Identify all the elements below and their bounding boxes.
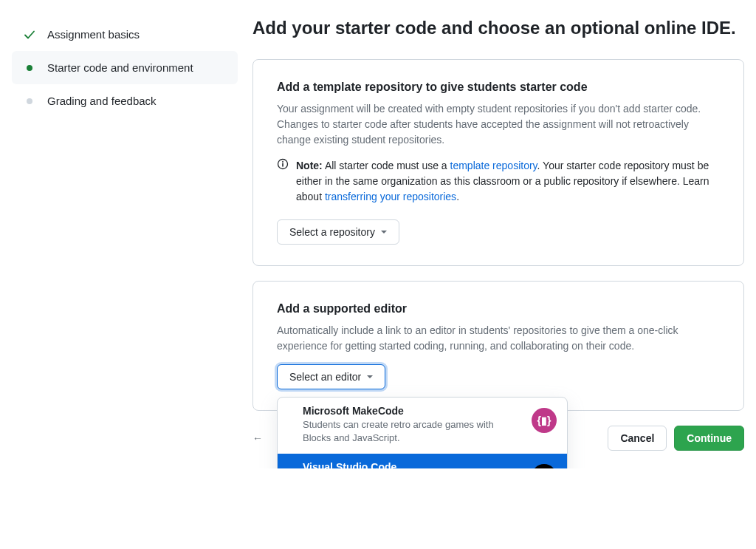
svg-point-0 <box>27 65 32 71</box>
sidebar-item-grading[interactable]: Grading and feedback <box>12 84 238 117</box>
template-repository-link[interactable]: template repository <box>450 160 537 171</box>
svg-text:{▮}: {▮} <box>537 415 551 426</box>
svg-point-3 <box>282 161 284 163</box>
svg-rect-4 <box>282 163 284 167</box>
dot-active-icon <box>24 62 35 74</box>
vscode-icon <box>532 464 557 468</box>
continue-button[interactable]: Continue <box>674 426 744 451</box>
editor-option-makecode[interactable]: Microsoft MakeCode Students can create r… <box>278 398 567 454</box>
template-panel-title: Add a template repository to give studen… <box>277 81 720 94</box>
editor-panel-title: Add a supported editor <box>277 302 720 316</box>
editor-panel: Add a supported editor Automatically inc… <box>252 281 744 411</box>
sidebar-item-assignment-basics[interactable]: Assignment basics <box>12 18 238 51</box>
select-editor-dropdown[interactable]: Select an editor <box>277 364 385 389</box>
sidebar-item-starter-code[interactable]: Starter code and environment <box>12 51 238 84</box>
caret-down-icon <box>367 375 373 378</box>
wizard-sidebar: Assignment basics Starter code and envir… <box>12 18 238 451</box>
note-text: Note: All starter code must use a templa… <box>296 158 720 205</box>
caret-down-icon <box>381 231 387 233</box>
editor-dropdown-menu: Microsoft MakeCode Students can create r… <box>277 397 568 468</box>
makecode-icon: {▮} <box>532 408 557 433</box>
sidebar-item-label: Starter code and environment <box>47 61 193 74</box>
dropdown-label: Select an editor <box>289 371 361 383</box>
dot-pending-icon <box>24 95 35 107</box>
note-prefix: Note: <box>296 160 323 171</box>
transferring-repos-link[interactable]: transferring your repositories <box>325 191 456 202</box>
note-text-1: All starter code must use a <box>323 160 450 171</box>
editor-option-desc: Students can create retro arcade games w… <box>303 418 523 445</box>
editor-option-title: Microsoft MakeCode <box>303 405 523 417</box>
check-icon <box>24 29 35 41</box>
dropdown-label: Select a repository <box>289 226 375 238</box>
svg-point-1 <box>27 98 32 104</box>
note-text-3: . <box>456 191 459 202</box>
editor-panel-desc: Automatically include a link to an edito… <box>277 323 720 354</box>
template-repo-panel: Add a template repository to give studen… <box>252 59 744 266</box>
editor-option-vscode[interactable]: Visual Studio Code Provides students wit… <box>278 454 567 468</box>
back-button[interactable]: ← <box>252 432 263 444</box>
info-icon <box>277 158 289 205</box>
select-repository-dropdown[interactable]: Select a repository <box>277 219 399 245</box>
arrow-left-icon: ← <box>252 432 263 444</box>
sidebar-item-label: Grading and feedback <box>47 95 157 107</box>
sidebar-item-label: Assignment basics <box>47 28 140 41</box>
editor-option-title: Visual Studio Code <box>303 461 523 468</box>
cancel-button[interactable]: Cancel <box>608 426 667 451</box>
page-title: Add your starter code and choose an opti… <box>252 18 744 38</box>
template-panel-desc: Your assignment will be created with emp… <box>277 101 720 148</box>
